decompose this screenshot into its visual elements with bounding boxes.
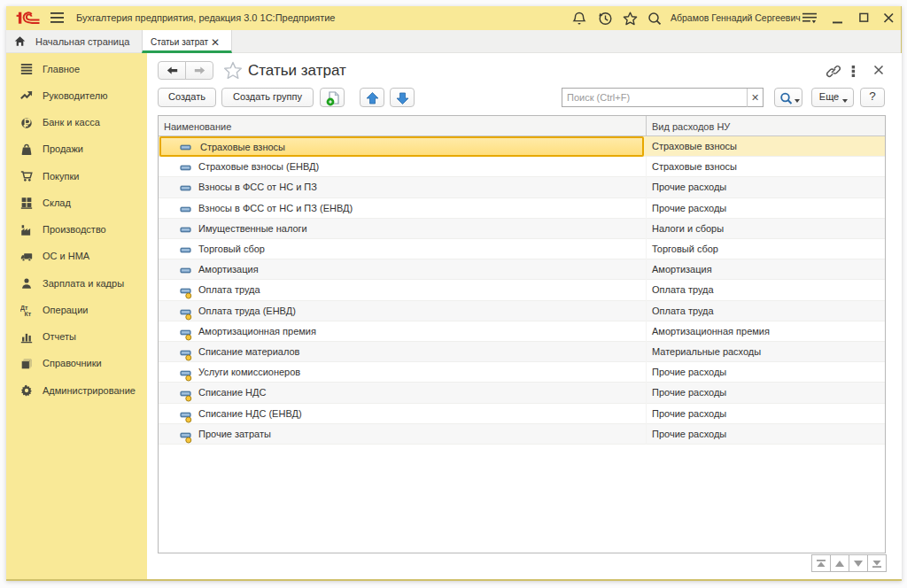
svg-text:Кт: Кт (25, 311, 32, 316)
